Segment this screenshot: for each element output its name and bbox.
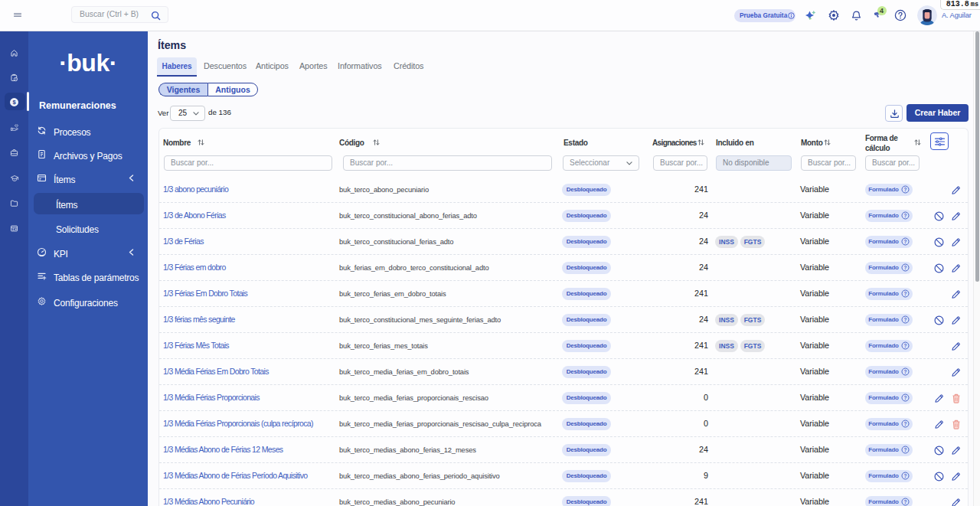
- svg-text:?: ?: [903, 395, 906, 400]
- svg-text:?: ?: [903, 343, 906, 348]
- svg-text:?: ?: [903, 499, 906, 504]
- svg-text:?: ?: [903, 213, 906, 218]
- svg-text:?: ?: [903, 317, 906, 322]
- svg-text:?: ?: [903, 369, 906, 374]
- svg-text:?: ?: [903, 265, 906, 270]
- svg-text:?: ?: [903, 473, 906, 478]
- svg-text:?: ?: [903, 187, 906, 192]
- svg-text:?: ?: [903, 239, 906, 244]
- svg-text:?: ?: [903, 291, 906, 296]
- svg-text:?: ?: [903, 447, 906, 452]
- svg-text:?: ?: [903, 421, 906, 426]
